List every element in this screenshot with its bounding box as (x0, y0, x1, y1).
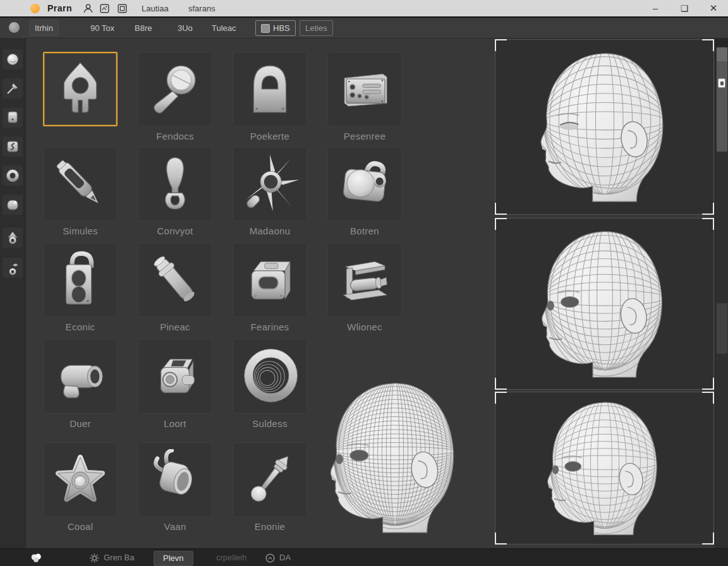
titlebar: Prarn Lautiaa sfarans – ❏ ✕ (0, 0, 728, 18)
tool-tile (43, 147, 118, 221)
corner-bracket-icon (702, 218, 714, 230)
tool-item-botren[interactable]: Botren (327, 147, 402, 236)
tool-label: Econic (36, 322, 124, 332)
toolbar-toggle-leties[interactable]: Leties (300, 20, 333, 36)
tool-item-econic[interactable]: Econic (43, 243, 118, 332)
tool-tile (233, 243, 307, 317)
sidebar-curve-box-tool[interactable] (3, 136, 23, 157)
tool-item-suldess[interactable]: Suldess (233, 339, 307, 429)
tool-item-madaonu[interactable]: Madaonu (233, 147, 307, 236)
menu-item-2[interactable]: sfarans (188, 4, 215, 13)
user-icon[interactable] (82, 3, 94, 15)
tool-tile (138, 243, 212, 317)
toolbar: Itrhin 90 Tox B8re 3Uo Tuleac HBS Leties (0, 18, 728, 39)
tool-label: Duer (36, 418, 124, 429)
tool-tile (43, 243, 118, 317)
statusbar-item-crpelleih[interactable]: crpelleih (216, 551, 246, 565)
sidebar-ring-brush-tool[interactable] (3, 166, 23, 186)
tool-item-enonie[interactable]: Enonie (233, 442, 307, 532)
maximize-button[interactable]: ❏ (675, 2, 694, 15)
corner-bracket-icon (702, 203, 714, 215)
square-swatch-icon (261, 24, 270, 33)
tool-item-wlionec[interactable]: Wlionec (327, 243, 402, 332)
toolbar-button-itrhin[interactable]: Itrhin (29, 20, 59, 36)
tool-label: Pineac (131, 322, 219, 332)
tool-tile (327, 243, 402, 317)
corner-bracket-icon (495, 203, 507, 215)
toolbar-button-90tox[interactable]: 90 Tox (85, 20, 120, 36)
wireframe-head-preview-2 (528, 226, 682, 382)
corner-bracket-icon (702, 392, 714, 404)
image-frame-icon[interactable] (99, 3, 111, 15)
tool-item-pesenree[interactable]: Pesenree (327, 52, 402, 142)
tool-label: Loort (131, 418, 219, 429)
menu-item-1[interactable]: Lautiaa (142, 4, 169, 13)
tool-tile (43, 442, 118, 517)
scrollbar-notch (715, 38, 728, 47)
scrollbar-thumb[interactable] (717, 47, 727, 152)
toolbar-toggle-hbs-label: HBS (273, 21, 290, 35)
tool-item-cooal[interactable]: Cooal (43, 442, 118, 532)
frame-icon[interactable] (116, 3, 128, 15)
tool-label: Pesenree (320, 131, 409, 142)
sidebar-sphere-brush-tool[interactable] (3, 49, 23, 69)
tool-item-duer[interactable]: Duer (43, 339, 118, 429)
tool-item-convyot[interactable]: Convyot (138, 147, 212, 236)
tool-item-arch[interactable] (43, 52, 118, 131)
paw-icon[interactable] (29, 551, 43, 565)
sidebar-house-drop-tool[interactable] (3, 227, 23, 248)
large-model-preview[interactable] (316, 371, 474, 543)
toolbar-button-3uo[interactable]: 3Uo (172, 20, 198, 36)
sidebar-clay-blob-tool[interactable] (3, 195, 23, 215)
tool-tile (233, 52, 307, 126)
tool-item-vaan[interactable]: Vaan (138, 442, 212, 532)
tool-item-fendocs[interactable]: Fendocs (138, 52, 212, 142)
close-button[interactable]: ✕ (704, 2, 723, 15)
tool-tile (138, 442, 212, 517)
tool-label: Convyot (131, 226, 219, 236)
tool-label: Suldess (226, 418, 314, 429)
statusbar: Gren Ba Plevn crpelleih DA (0, 548, 728, 566)
toolbar-toggle-hbs[interactable]: HBS (255, 20, 296, 36)
tool-tile (233, 147, 307, 221)
statusbar-item-grenba[interactable]: Gren Ba (88, 551, 134, 565)
statusbar-button-plevn[interactable]: Plevn (154, 551, 193, 566)
tool-item-fearines[interactable]: Fearines (233, 243, 307, 332)
scroll-lock-icon[interactable] (718, 78, 725, 88)
statusbar-item-da[interactable]: DA (264, 551, 291, 565)
sidebar-key-tool[interactable] (3, 258, 23, 278)
toolbar-button-tuleac[interactable]: Tuleac (206, 20, 242, 36)
scrollbar-track[interactable] (715, 38, 728, 548)
tool-tile (233, 442, 307, 517)
app-logo-icon (30, 4, 40, 13)
preview-panel-1[interactable] (495, 39, 714, 215)
wireframe-head-preview-3 (535, 397, 675, 539)
scrollbar-segment[interactable] (717, 303, 727, 354)
tool-item-loort[interactable]: Loort (138, 339, 212, 429)
tool-item-poekerte[interactable]: Poekerte (233, 52, 307, 142)
tool-label: Fendocs (131, 131, 219, 142)
preview-panel-3[interactable] (495, 392, 714, 545)
app-title: Prarn (47, 3, 72, 13)
corner-bracket-icon (495, 39, 507, 51)
sidebar-pad-tool[interactable] (3, 107, 23, 128)
minimize-button[interactable]: – (646, 2, 665, 15)
tool-item-pineac[interactable]: Pineac (138, 243, 212, 332)
tool-label: Wlionec (320, 322, 409, 332)
sidebar-pick-tool[interactable] (3, 78, 23, 99)
toolbar-button-b8re[interactable]: B8re (129, 20, 157, 36)
sphere-tool-icon[interactable] (9, 22, 20, 33)
corner-bracket-icon (495, 533, 507, 545)
corner-bracket-icon (495, 378, 507, 390)
tool-item-simules[interactable]: Simules (43, 147, 118, 236)
scrollbar-thumb-cap (717, 47, 727, 61)
corner-bracket-icon (702, 533, 714, 545)
corner-bracket-icon (702, 39, 714, 51)
tool-label: Simules (36, 226, 124, 236)
badge-circle-icon (264, 552, 276, 564)
app-window: Prarn Lautiaa sfarans – ❏ ✕ Itrhin 90 To… (0, 0, 728, 566)
statusbar-item-grenba-label: Gren Ba (104, 551, 134, 565)
tool-label: Cooal (36, 521, 124, 532)
tool-label: Vaan (131, 521, 219, 532)
preview-panel-2[interactable] (495, 218, 714, 390)
